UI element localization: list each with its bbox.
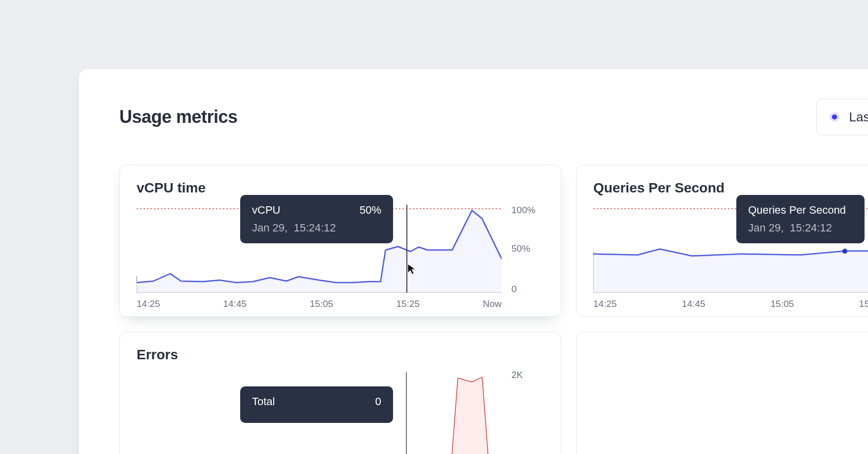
chart-tooltip: Total 0 (240, 386, 393, 423)
card-errors: Errors 2K Total 0 (119, 332, 561, 454)
card-title: vCPU time (137, 180, 544, 196)
x-tick: 14:25 (137, 299, 160, 309)
card-title: Errors (137, 347, 544, 363)
tooltip-metric-value: 50% (360, 204, 381, 217)
cards-row-2: Errors 2K Total 0 (119, 332, 868, 454)
y-tick: 2K (511, 370, 523, 380)
dashboard-panel: Usage metrics Last hour Aver vCPU time (79, 69, 868, 454)
x-tick: 15:05 (310, 299, 333, 309)
tooltip-metric-label: vCPU (252, 204, 280, 217)
y-axis-labels: 100% 50% 0 (511, 205, 561, 293)
tooltip-metric-value: 0 (375, 395, 381, 408)
svg-point-6 (842, 249, 847, 254)
controls-bar: Last hour Aver (816, 99, 868, 135)
x-tick: 14:25 (593, 299, 617, 309)
tooltip-metric-label: Queries Per Second (748, 204, 846, 217)
y-tick: 50% (511, 243, 530, 254)
y-tick: 100% (511, 205, 536, 216)
x-axis-labels: 14:25 14:45 15:05 15 (593, 299, 868, 309)
card-queries-per-second: Queries Per Second 14:25 14:45 15:0 (576, 165, 868, 317)
card-title: Queries Per Second (593, 180, 868, 196)
tooltip-date: Jan 29, (252, 222, 288, 234)
x-tick: 14:45 (223, 299, 247, 309)
x-tick: 14:45 (682, 299, 706, 309)
tooltip-metric-label: Total (252, 395, 275, 408)
card-secondary (576, 332, 868, 454)
x-tick: 15:25 (396, 299, 420, 309)
y-axis-labels: 2K (511, 372, 561, 454)
card-vcpu-time: vCPU time 100% 50% 0 (119, 165, 561, 317)
chart-tooltip: vCPU 50% Jan 29, 15:24:12 (240, 195, 393, 243)
tooltip-date: Jan 29, (748, 222, 784, 234)
timerange-dropdown[interactable]: Last hour (816, 99, 868, 135)
x-tick: Now (483, 299, 502, 309)
cards-row-1: vCPU time 100% 50% 0 (119, 165, 868, 317)
x-tick: 15:05 (770, 299, 794, 309)
tooltip-time: 15:24:12 (790, 222, 832, 234)
y-tick: 0 (511, 284, 517, 295)
chart-tooltip: Queries Per Second Jan 29, 15:24:12 (736, 195, 865, 243)
page-title: Usage metrics (119, 107, 238, 127)
live-indicator-icon (830, 112, 839, 122)
page-header: Usage metrics Last hour Aver (119, 99, 868, 135)
timerange-label: Last hour (849, 110, 868, 125)
chart-qps[interactable]: 14:25 14:45 15:05 15 Queries Per Second … (593, 205, 868, 303)
x-tick: 15 (859, 299, 868, 309)
chart-errors[interactable]: 2K Total 0 (137, 372, 544, 454)
chart-vcpu[interactable]: 100% 50% 0 14:25 14:45 15:05 15:25 Now v… (137, 205, 544, 303)
tooltip-time: 15:24:12 (293, 222, 336, 234)
x-axis-labels: 14:25 14:45 15:05 15:25 Now (137, 299, 502, 309)
